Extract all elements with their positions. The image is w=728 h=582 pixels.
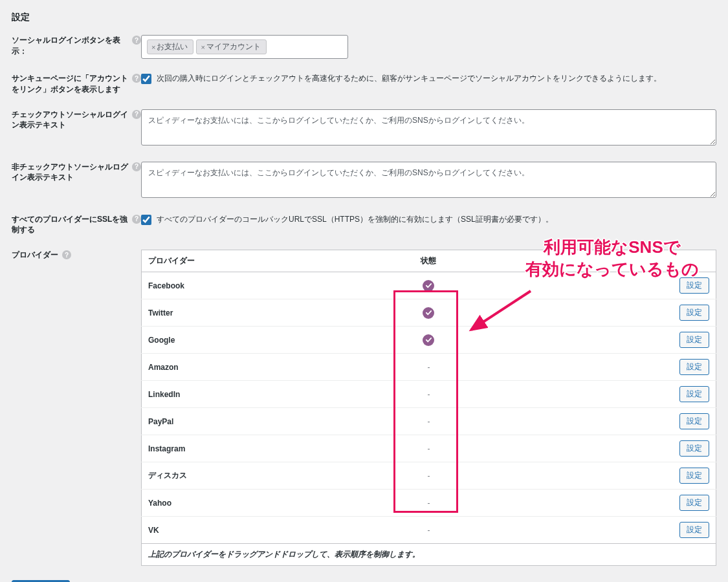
label-thankyou-link-account: サンキューページに「アカウントをリンク」ボタンを表示します bbox=[12, 73, 128, 95]
provider-config-button[interactable]: 設定 bbox=[679, 386, 709, 402]
label-force-ssl: すべてのプロバイダーにSSLを強制する bbox=[12, 214, 128, 236]
check-circle-icon bbox=[423, 334, 434, 346]
provider-status: - bbox=[371, 354, 487, 381]
provider-name: PayPal bbox=[142, 408, 371, 435]
label-non-checkout-text: 非チェックアウトソーシャルログイン表示テキスト bbox=[12, 162, 128, 184]
provider-config-button[interactable]: 設定 bbox=[679, 359, 709, 375]
provider-name: Twitter bbox=[142, 299, 371, 327]
row-non-checkout-text: 非チェックアウトソーシャルログイン表示テキスト ? bbox=[12, 162, 716, 200]
provider-status: - bbox=[371, 462, 487, 490]
providers-table: プロバイダー 状態 Facebook設定Twitter設定Google設定Ama… bbox=[141, 250, 716, 544]
textarea-checkout-text[interactable] bbox=[141, 109, 716, 146]
help-icon[interactable]: ? bbox=[132, 74, 141, 83]
row-social-login-buttons: ソーシャルログインボタンを表示： ? × お支払い × マイアカウント bbox=[12, 35, 716, 59]
provider-name: Yahoo bbox=[142, 490, 371, 517]
checkbox-force-ssl[interactable] bbox=[141, 215, 151, 225]
provider-status: - bbox=[371, 408, 487, 435]
checkbox-line-force-ssl[interactable]: すべてのプロバイダーのコールバックURLでSSL（HTTPS）を強制的に有効にし… bbox=[141, 214, 716, 225]
provider-config-button[interactable]: 設定 bbox=[679, 332, 709, 348]
provider-status: - bbox=[371, 517, 487, 544]
label-checkout-text: チェックアウトソーシャルログイン表示テキスト bbox=[12, 109, 128, 131]
provider-name: Google bbox=[142, 327, 371, 354]
provider-config-button[interactable]: 設定 bbox=[679, 468, 709, 484]
provider-row[interactable]: LinkedIn-設定 bbox=[142, 381, 716, 408]
th-config bbox=[486, 250, 716, 272]
provider-row[interactable]: Facebook設定 bbox=[142, 272, 716, 299]
label-providers: プロバイダー bbox=[12, 250, 58, 261]
provider-status bbox=[371, 272, 487, 299]
tag-chip-label: マイアカウント bbox=[206, 41, 261, 52]
provider-name: ディスカス bbox=[142, 462, 371, 490]
help-icon[interactable]: ? bbox=[132, 36, 141, 45]
close-icon[interactable]: × bbox=[151, 43, 155, 51]
provider-name: LinkedIn bbox=[142, 381, 371, 408]
tag-chip-checkout[interactable]: × お支払い bbox=[147, 39, 193, 54]
providers-footer-note: 上記のプロバイダーをドラッグアンドドロップして、表示順序を制御します。 bbox=[141, 544, 716, 566]
label-social-login-buttons: ソーシャルログインボタンを表示： bbox=[12, 35, 128, 57]
provider-status bbox=[371, 327, 487, 354]
row-checkout-text: チェックアウトソーシャルログイン表示テキスト ? bbox=[12, 109, 716, 147]
provider-row[interactable]: Yahoo-設定 bbox=[142, 490, 716, 517]
help-icon[interactable]: ? bbox=[132, 110, 141, 119]
provider-config-button[interactable]: 設定 bbox=[679, 495, 709, 511]
social-login-pages-input[interactable]: × お支払い × マイアカウント bbox=[141, 35, 348, 59]
help-icon[interactable]: ? bbox=[62, 250, 71, 259]
provider-name: VK bbox=[142, 517, 371, 544]
provider-name: Instagram bbox=[142, 435, 371, 462]
provider-row[interactable]: PayPal-設定 bbox=[142, 408, 716, 435]
provider-row[interactable]: Instagram-設定 bbox=[142, 435, 716, 462]
provider-status: - bbox=[371, 381, 487, 408]
provider-config-button[interactable]: 設定 bbox=[679, 305, 709, 321]
help-icon[interactable]: ? bbox=[132, 162, 141, 171]
th-provider: プロバイダー bbox=[142, 250, 371, 272]
provider-row[interactable]: ディスカス-設定 bbox=[142, 462, 716, 490]
provider-config-button[interactable]: 設定 bbox=[679, 413, 709, 429]
checkbox-thankyou-link[interactable] bbox=[141, 74, 151, 84]
tag-chip-my-account[interactable]: × マイアカウント bbox=[196, 39, 266, 54]
provider-row[interactable]: Google設定 bbox=[142, 327, 716, 354]
provider-name: Facebook bbox=[142, 272, 371, 299]
close-icon[interactable]: × bbox=[201, 43, 204, 51]
check-circle-icon bbox=[423, 280, 434, 292]
provider-config-button[interactable]: 設定 bbox=[679, 522, 709, 538]
provider-row[interactable]: Twitter設定 bbox=[142, 299, 716, 327]
textarea-non-checkout-text[interactable] bbox=[141, 162, 716, 198]
row-thankyou-link-account: サンキューページに「アカウントをリンク」ボタンを表示します ? 次回の購入時にロ… bbox=[12, 73, 716, 95]
tag-chip-label: お支払い bbox=[157, 41, 188, 52]
provider-status: - bbox=[371, 435, 487, 462]
provider-config-button[interactable]: 設定 bbox=[679, 277, 709, 294]
checkbox-force-ssl-text: すべてのプロバイダーのコールバックURLでSSL（HTTPS）を強制的に有効にし… bbox=[157, 214, 553, 225]
provider-name: Amazon bbox=[142, 354, 371, 381]
provider-status bbox=[371, 299, 487, 327]
help-icon[interactable]: ? bbox=[132, 215, 141, 224]
row-force-ssl: すべてのプロバイダーにSSLを強制する ? すべてのプロバイダーのコールバックU… bbox=[12, 214, 716, 236]
provider-config-button[interactable]: 設定 bbox=[679, 440, 709, 457]
th-status: 状態 bbox=[371, 250, 487, 272]
checkbox-line-thankyou[interactable]: 次回の購入時にログインとチェックアウトを高速化するために、顧客がサンキューページ… bbox=[141, 73, 716, 84]
provider-row[interactable]: VK-設定 bbox=[142, 517, 716, 544]
check-circle-icon bbox=[423, 307, 434, 319]
page-title: 設定 bbox=[12, 12, 716, 23]
provider-row[interactable]: Amazon-設定 bbox=[142, 354, 716, 381]
provider-status: - bbox=[371, 490, 487, 517]
checkbox-thankyou-text: 次回の購入時にログインとチェックアウトを高速化するために、顧客がサンキューページ… bbox=[157, 73, 661, 84]
row-providers: プロバイダー ? プロバイダー 状態 Facebook設定Twitter設定Go… bbox=[12, 250, 716, 566]
